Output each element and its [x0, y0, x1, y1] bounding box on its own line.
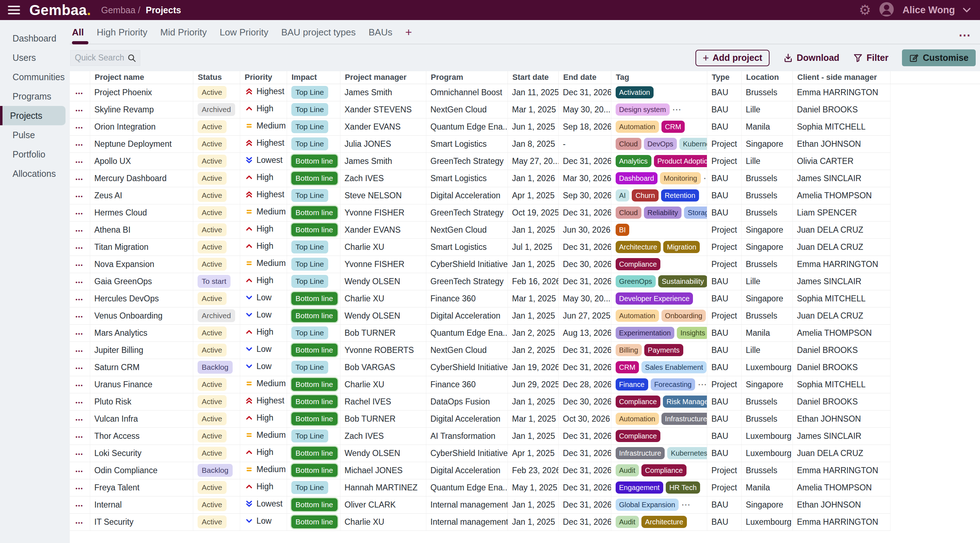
column-header-type[interactable]: Type: [707, 71, 741, 84]
type: BAU: [707, 444, 741, 462]
row-menu-button[interactable]: •••: [76, 451, 83, 457]
sidebar-item-users[interactable]: Users: [0, 48, 70, 67]
row-menu-button[interactable]: •••: [76, 503, 83, 509]
column-header-project-name[interactable]: Project name: [90, 71, 193, 84]
row-filler: [890, 118, 980, 135]
tag-overflow-indicator[interactable]: ⋯: [672, 104, 682, 115]
row-menu-button[interactable]: •••: [76, 90, 83, 96]
row-menu-button[interactable]: •••: [76, 210, 83, 217]
row-menu-button[interactable]: •••: [76, 382, 83, 389]
row-menu-button[interactable]: •••: [76, 142, 83, 148]
project-name: Hermes Cloud: [90, 204, 193, 221]
search-icon[interactable]: [127, 53, 136, 63]
tab-high-priority[interactable]: High Priority: [97, 27, 148, 38]
breadcrumb-prefix[interactable]: Gembaa /: [101, 5, 140, 15]
row-menu-button[interactable]: •••: [76, 279, 83, 285]
tags-cell: ComplianceRisk Management: [611, 393, 707, 410]
tabs-overflow-menu[interactable]: ⋯: [959, 33, 971, 38]
settings-gear-icon[interactable]: ⚙: [859, 3, 871, 17]
tab-low-priority[interactable]: Low Priority: [220, 27, 269, 38]
row-menu-cell: •••: [70, 290, 90, 307]
column-header-status[interactable]: Status: [193, 71, 240, 84]
row-menu-button[interactable]: •••: [76, 296, 83, 303]
table-row: •••Hermes CloudActiveMediumBottom lineYv…: [70, 204, 980, 221]
tab-mid-priority[interactable]: Mid Priority: [160, 27, 207, 38]
end-date: Dec 30, 2026: [558, 256, 611, 273]
add-tab-button[interactable]: +: [405, 27, 412, 38]
row-menu-button[interactable]: •••: [76, 348, 83, 354]
row-menu-button[interactable]: •••: [76, 262, 83, 268]
location: Lille: [741, 101, 792, 118]
row-menu-button[interactable]: •••: [76, 193, 83, 199]
tab-bau-project-types[interactable]: BAU project types: [281, 27, 356, 38]
row-menu-button[interactable]: •••: [76, 468, 83, 474]
column-header-client-side-manager[interactable]: Client - side manager: [792, 71, 890, 84]
priority-medium-icon: [245, 121, 254, 130]
column-header-end-date[interactable]: End date: [558, 71, 611, 84]
tab-baus[interactable]: BAUs: [369, 27, 392, 38]
sidebar-item-pulse[interactable]: Pulse: [0, 125, 70, 145]
tag-overflow-indicator[interactable]: ⋯: [703, 173, 707, 184]
row-menu-button[interactable]: •••: [76, 400, 83, 406]
sidebar-item-dashboard[interactable]: Dashboard: [0, 29, 70, 48]
customise-button[interactable]: Customise: [902, 49, 976, 66]
tag-badge-cloud: Cloud: [616, 207, 641, 219]
row-menu-button[interactable]: •••: [76, 434, 83, 440]
search-input[interactable]: [75, 53, 127, 63]
row-menu-button[interactable]: •••: [76, 365, 83, 371]
sidebar-item-projects[interactable]: Projects: [0, 106, 65, 125]
tag-overflow-indicator[interactable]: ⋯: [698, 379, 707, 390]
tag-badge-monitoring: Monitoring: [660, 172, 700, 184]
status-badge: Active: [197, 344, 227, 357]
column-header-priority[interactable]: Priority: [240, 71, 287, 84]
column-header-project-manager[interactable]: Project manager: [340, 71, 426, 84]
tag-overflow-indicator[interactable]: ⋯: [681, 499, 691, 510]
column-header-program[interactable]: Program: [426, 71, 508, 84]
program: NextGen Cloud: [426, 221, 508, 238]
row-menu-button[interactable]: •••: [76, 486, 83, 492]
sidebar-item-portfolio[interactable]: Portfolio: [0, 145, 70, 164]
row-menu-button[interactable]: •••: [76, 314, 83, 320]
user-name[interactable]: Alice Wong: [902, 5, 955, 16]
row-menu-button[interactable]: •••: [76, 176, 83, 182]
row-menu-button[interactable]: •••: [76, 520, 83, 526]
row-menu-button[interactable]: •••: [76, 107, 83, 113]
column-header-impact[interactable]: Impact: [287, 71, 340, 84]
app-logo[interactable]: Gembaa.: [29, 2, 91, 18]
start-date: Jan 1, 2025: [508, 393, 558, 410]
end-date: Dec 30, 2026: [558, 393, 611, 410]
impact-badge: Bottom line: [291, 464, 337, 477]
impact-badge: Top Line: [291, 103, 328, 116]
sidebar-item-allocations[interactable]: Allocations: [0, 164, 70, 183]
project-name: IT Security: [90, 513, 193, 530]
download-button[interactable]: Download: [783, 53, 839, 63]
row-menu-button[interactable]: •••: [76, 228, 83, 234]
column-header-start-date[interactable]: Start date: [508, 71, 558, 84]
sidebar-item-communities[interactable]: Communities: [0, 67, 70, 87]
row-menu-button[interactable]: •••: [76, 245, 83, 251]
priority-high-icon: [245, 447, 254, 457]
tab-all[interactable]: All: [72, 27, 84, 38]
hamburger-menu-icon[interactable]: [8, 6, 20, 14]
add-project-button[interactable]: + Add project: [695, 50, 769, 66]
client-side-manager: James SINCLAIR: [792, 273, 890, 290]
chevron-down-icon[interactable]: [963, 8, 971, 13]
column-header-location[interactable]: Location: [741, 71, 792, 84]
client-side-manager: Juan DELA CRUZ: [792, 307, 890, 324]
start-date: May 27, 20...: [508, 153, 558, 170]
row-menu-cell: •••: [70, 359, 90, 376]
row-menu-button[interactable]: •••: [76, 331, 83, 337]
end-date: Dec 31, 2026: [558, 462, 611, 479]
row-menu-button[interactable]: •••: [76, 124, 83, 131]
user-avatar[interactable]: [879, 2, 894, 19]
impact-cell: Bottom line: [287, 204, 340, 221]
column-header-tag[interactable]: Tag: [611, 71, 707, 84]
quick-search-box[interactable]: [70, 50, 140, 66]
priority-cell: Low: [240, 341, 287, 359]
sidebar-item-programs[interactable]: Programs: [0, 87, 70, 106]
row-menu-button[interactable]: •••: [76, 417, 83, 423]
location: Brussels: [741, 204, 792, 221]
program: Quantum Edge Ena...: [426, 479, 508, 496]
filter-button[interactable]: Filter: [853, 53, 888, 63]
row-menu-button[interactable]: •••: [76, 159, 83, 165]
